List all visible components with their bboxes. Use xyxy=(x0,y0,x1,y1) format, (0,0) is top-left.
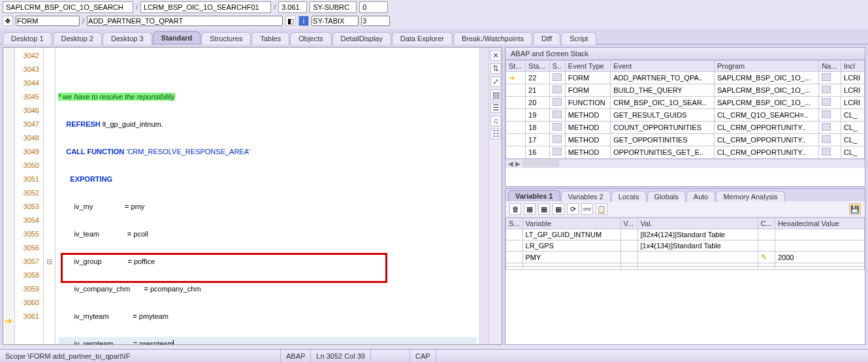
stack-row[interactable]: 17METHODGET_OPPORTINITIESCL_CRM_OPPORTUN… xyxy=(506,134,865,146)
tab-data-explorer[interactable]: Data Explorer xyxy=(392,32,453,44)
sy-tabix-label[interactable] xyxy=(312,16,359,26)
position-field[interactable] xyxy=(278,1,307,13)
stack-panel: ABAP and Screen Stack St...Sta...S..Even… xyxy=(505,47,865,187)
program-field[interactable] xyxy=(3,1,133,13)
variables-header-row: S...VariableV...Val.C...Hexadecimal Valu… xyxy=(506,218,865,229)
stack-row[interactable]: 19METHODGET_RESULT_GUIDSCL_CRM_Q1O_SEARC… xyxy=(506,109,865,122)
event-icon xyxy=(553,123,562,131)
tab-memory-analysis[interactable]: Memory Analysis xyxy=(716,191,784,202)
separator: / xyxy=(136,3,138,11)
stack-row[interactable]: 21FORMBUILD_THE_QUERYSAPLCRM_BSP_OIC_1O_… xyxy=(506,84,865,97)
event-icon xyxy=(553,86,562,93)
separator: / xyxy=(274,3,276,11)
nav-icon[interactable] xyxy=(822,110,831,118)
save-icon[interactable]: 💾 xyxy=(849,203,861,215)
sort-icon[interactable]: ⇅ xyxy=(490,63,501,74)
event-icon xyxy=(553,148,562,156)
status-scope: Scope \FORM add_partner_to_qpart\IF xyxy=(0,350,281,362)
tab-standard[interactable]: Standard xyxy=(153,31,201,44)
stack-row[interactable]: 16METHODOPPORTUNITIES_GET_E..CL_CRM_OPPO… xyxy=(506,146,865,159)
stack-row[interactable]: 20FUNCTIONCRM_BSP_OIC_1O_SEAR..SAPLCRM_B… xyxy=(506,97,865,109)
tab-auto[interactable]: Auto xyxy=(686,191,716,202)
stack-table[interactable]: St...Sta...S..Event TypeEventProgramNa..… xyxy=(506,60,865,159)
tab-desktop-3[interactable]: Desktop 3 xyxy=(103,32,152,44)
pencil-icon[interactable]: ✎ xyxy=(758,252,775,263)
stack-row[interactable]: ➔22FORMADD_PARTNER_TO_QPA..SAPLCRM_BSP_O… xyxy=(506,72,865,84)
tab-objects[interactable]: Objects xyxy=(290,32,331,44)
event-type-field[interactable] xyxy=(16,16,80,26)
grid1-icon[interactable]: ▦ xyxy=(524,203,536,215)
tab-tables[interactable]: Tables xyxy=(251,32,289,44)
include-field[interactable] xyxy=(140,1,271,13)
nav-icon[interactable] xyxy=(822,148,831,156)
nav-icon[interactable] xyxy=(822,123,831,131)
nav-icon[interactable] xyxy=(822,135,831,143)
status-position: Ln 3052 Col 39 xyxy=(311,350,371,362)
stack-horizontal-scrollbar[interactable]: ◀ ▶ ░░░░░░░░ xyxy=(506,159,865,168)
variables-panel: Variables 1 Variables 2 Locals Globals A… xyxy=(505,188,865,345)
stack-header-row: St...Sta...S..Event TypeEventProgramNa..… xyxy=(506,61,865,72)
tab-desktop-2[interactable]: Desktop 2 xyxy=(53,32,103,44)
tab-variables-2[interactable]: Variables 2 xyxy=(561,191,611,202)
status-bar: Scope \FORM add_partner_to_qpart\IF ABAP… xyxy=(0,349,868,362)
code-vertical-scrollbar[interactable] xyxy=(479,48,489,344)
status-language: ABAP xyxy=(281,350,311,362)
sy-subrc-value[interactable] xyxy=(359,1,388,13)
fold-gutter[interactable]: ⊟ xyxy=(44,48,56,344)
editor-side-toolbar: ✕ ⇅ ⤢ ▤ ☰ ♫ ☷ xyxy=(489,48,502,344)
variables-table[interactable]: S...VariableV...Val.C...Hexadecimal Valu… xyxy=(506,218,865,270)
expand-icon[interactable]: ⤢ xyxy=(490,76,501,87)
right-column: ABAP and Screen Stack St...Sta...S..Even… xyxy=(505,47,865,345)
delete-icon[interactable]: 🗑 xyxy=(509,203,521,215)
tab-diff[interactable]: Diff xyxy=(533,32,560,44)
close-icon[interactable]: ✕ xyxy=(490,50,501,61)
desktop-tabs: Desktop 1 Desktop 2 Desktop 3 Standard S… xyxy=(0,29,868,44)
grid2-icon[interactable]: ▦ xyxy=(538,203,550,215)
tab-structures[interactable]: Structures xyxy=(201,32,251,44)
event-icon xyxy=(553,110,562,118)
event-icon xyxy=(553,73,562,81)
stack-row[interactable]: 18METHODCOUNT_OPPORTUNITIESCL_CRM_OPPORT… xyxy=(506,122,865,134)
stack-panel-title: ABAP and Screen Stack xyxy=(506,48,865,60)
grid3-icon[interactable]: ▦ xyxy=(553,203,564,215)
tab-locals[interactable]: Locals xyxy=(611,191,647,202)
code-editor-panel: ➔ 30423043304430453046304730483049305030… xyxy=(3,47,502,345)
clipboard-icon[interactable]: 📋 xyxy=(596,203,607,215)
variable-row[interactable]: LT_GP_GUID_INTNUM[82x4(124)]Standard Tab… xyxy=(506,229,865,240)
tab-globals[interactable]: Globals xyxy=(647,191,686,202)
tab-variables-1[interactable]: Variables 1 xyxy=(508,190,560,201)
event-name-field[interactable] xyxy=(87,16,283,26)
sy-subrc-label[interactable] xyxy=(310,1,357,13)
nav-icon[interactable] xyxy=(822,98,831,106)
status-caps: CAP xyxy=(410,350,436,362)
nav-icon[interactable] xyxy=(822,73,831,81)
variable-row[interactable]: LR_GPS[1x4(134)]Standard Table xyxy=(506,240,865,252)
nav-back-icon[interactable]: ◧ xyxy=(285,16,296,26)
variable-row[interactable]: PMY✎2000 xyxy=(506,252,865,263)
tree-icon[interactable]: ☷ xyxy=(490,129,501,139)
event-icon xyxy=(553,98,562,106)
nav-icon[interactable] xyxy=(822,86,831,93)
doc-icon[interactable]: ▤ xyxy=(490,90,501,100)
tab-desktop-1[interactable]: Desktop 1 xyxy=(3,32,52,44)
code-text-area[interactable]: * we have to resolve the reponsibility R… xyxy=(56,48,479,344)
breadcrumb-row-1: / / xyxy=(0,0,868,14)
tab-detaildisplay[interactable]: DetailDisplay xyxy=(332,32,391,44)
info-icon[interactable]: i xyxy=(298,16,309,26)
glasses-icon[interactable]: 👓 xyxy=(581,203,593,215)
fold-toggle-icon[interactable]: ⊟ xyxy=(44,255,55,269)
tab-script[interactable]: Script xyxy=(561,32,596,44)
tab-breakpoints[interactable]: Break./Watchpoints xyxy=(453,32,532,44)
event-icon xyxy=(553,135,562,143)
refresh-icon[interactable]: ⟳ xyxy=(567,203,579,215)
line-number-gutter: 3042304330443045304630473048304930503051… xyxy=(15,48,44,344)
main-area: ➔ 30423043304430453046304730483049305030… xyxy=(0,44,868,345)
list-icon[interactable]: ☰ xyxy=(490,103,501,113)
sy-tabix-value[interactable] xyxy=(361,16,390,26)
breadcrumb-row-2: ❖ / ◧ i xyxy=(0,14,868,27)
headphones-icon[interactable]: ♫ xyxy=(490,116,501,126)
breakpoint-gutter[interactable]: ➔ xyxy=(3,48,15,344)
variable-row[interactable] xyxy=(506,267,865,270)
variables-toolbar: 🗑 ▦ ▦ ▦ ⟳ 👓 📋 💾 xyxy=(506,201,865,218)
object-icon[interactable]: ❖ xyxy=(3,16,13,26)
